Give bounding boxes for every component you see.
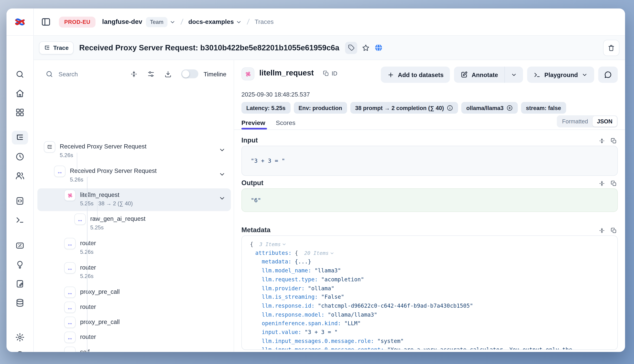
- star-icon: [362, 44, 370, 52]
- span-icon: ↔: [64, 302, 76, 313]
- collapse-section-icon[interactable]: [599, 227, 605, 234]
- public-share-button[interactable]: [374, 43, 383, 52]
- insights-lightbulb-icon[interactable]: [16, 260, 25, 269]
- collapse-section-icon[interactable]: [599, 138, 605, 144]
- prompts-file-code-icon[interactable]: [16, 196, 25, 205]
- tree-row-label: litellm_request: [80, 191, 119, 198]
- collapse-chevron-icon[interactable]: [219, 171, 226, 178]
- action-buttons: Add to datasets Annotate Playground: [381, 66, 618, 83]
- tree-row-label: Received Proxy Server Request: [70, 167, 157, 174]
- span-icon: ↔: [64, 346, 76, 352]
- input-value: "3 + 3 = ": [251, 158, 285, 164]
- users-icon[interactable]: [15, 171, 25, 180]
- tree-connector: [87, 177, 92, 352]
- plus-circle-icon[interactable]: [506, 104, 513, 111]
- fold-vertical-icon: [130, 70, 138, 78]
- evaluators-icon[interactable]: [16, 241, 25, 250]
- add-to-datasets-button[interactable]: Add to datasets: [381, 66, 450, 83]
- comments-button[interactable]: [598, 66, 618, 83]
- tab-preview[interactable]: Preview: [242, 119, 265, 127]
- copy-id-button[interactable]: ID: [323, 70, 337, 77]
- annotate-button[interactable]: Annotate: [454, 66, 505, 83]
- project-chevron-down-icon[interactable]: [236, 19, 242, 25]
- org-chevron-down-icon[interactable]: [169, 19, 176, 25]
- tag-button[interactable]: [345, 42, 357, 54]
- trace-type-chip: Trace: [39, 41, 73, 54]
- download-button[interactable]: [164, 70, 172, 78]
- json-line: llm.input_messages.0.message.content:"Yo…: [250, 346, 615, 350]
- observation-badges: Latency: 5.25s Env: production 38 prompt…: [242, 102, 566, 114]
- tracing-icon[interactable]: [12, 131, 28, 144]
- tree-row-span[interactable]: ↔ proxy_pre_call: [38, 316, 231, 329]
- annotate-dropdown-button[interactable]: [505, 66, 523, 83]
- view-settings-button[interactable]: [147, 70, 155, 78]
- json-line: llm.response.model:"ollama/llama3": [250, 310, 615, 319]
- delete-trace-button[interactable]: [603, 40, 619, 56]
- support-lifebuoy-icon[interactable]: [15, 350, 25, 352]
- datasets-database-icon[interactable]: [16, 298, 25, 307]
- timeline-toggle[interactable]: [181, 69, 198, 78]
- id-label: ID: [332, 70, 337, 77]
- stream-badge: stream: false: [521, 102, 566, 114]
- search-nav-icon[interactable]: [16, 70, 25, 79]
- info-icon[interactable]: [447, 104, 453, 111]
- collapse-chevron-icon[interactable]: [219, 146, 226, 154]
- sessions-clock-icon[interactable]: [16, 152, 25, 161]
- dashboards-icon[interactable]: [16, 108, 25, 117]
- tree-row-span[interactable]: ↔ router 5.26s: [38, 236, 231, 260]
- langfuse-logo[interactable]: [7, 8, 34, 36]
- format-formatted-option[interactable]: Formatted: [558, 118, 592, 124]
- environment-badge: PROD-EU: [59, 16, 96, 28]
- playground-terminal-icon[interactable]: [16, 216, 25, 224]
- metadata-section-actions: [599, 227, 617, 234]
- breadcrumb-section[interactable]: Traces: [255, 18, 274, 26]
- sidebar-toggle-icon[interactable]: [41, 17, 51, 27]
- breadcrumb: PROD-EU langfuse-dev Team / docs-example…: [34, 8, 625, 36]
- tree-row-label: proxy_pre_call: [80, 318, 120, 325]
- search-input[interactable]: [59, 70, 107, 77]
- latency-badge: Latency: 5.25s: [242, 102, 290, 114]
- collapse-chevron-icon[interactable]: [219, 195, 226, 202]
- tree-row-span[interactable]: ↔ self 5.23s: [38, 346, 231, 352]
- json-line[interactable]: attributes:{20 Items: [250, 249, 615, 258]
- breadcrumb-divider: /: [180, 18, 184, 26]
- collapse-all-button[interactable]: [130, 70, 138, 78]
- terminal-icon: [534, 71, 541, 78]
- org-name[interactable]: langfuse-dev: [102, 18, 142, 26]
- copy-icon[interactable]: [610, 227, 617, 234]
- annotation-queues-icon[interactable]: [16, 279, 25, 288]
- copy-icon[interactable]: [610, 180, 617, 187]
- collapse-section-icon[interactable]: [599, 180, 605, 187]
- tree-row-span[interactable]: ↔ proxy_pre_call: [38, 285, 231, 299]
- tree-row-tokens: 38 → 2 (∑ 40): [98, 200, 133, 207]
- json-line[interactable]: {3 Items: [250, 240, 615, 249]
- tree-row-span[interactable]: ↔ router 5.26s: [38, 261, 231, 284]
- playground-button[interactable]: Playground: [527, 66, 594, 83]
- tab-scores[interactable]: Scores: [276, 119, 296, 127]
- json-line[interactable]: metadata:{...}: [250, 258, 615, 266]
- tree-row-span[interactable]: ↔ Received Proxy Server Request 5.26s: [38, 164, 231, 187]
- tree-connector: [97, 201, 102, 219]
- tree-row-span[interactable]: ↔ router: [38, 330, 231, 344]
- timeline-label: Timeline: [203, 70, 226, 77]
- copy-icon[interactable]: [610, 138, 617, 144]
- nav-rail: [7, 36, 34, 352]
- generation-icon: [64, 190, 76, 201]
- metadata-json-tree: {3 Items attributes:{20 Items metadata:{…: [250, 240, 615, 350]
- tag-icon: [348, 44, 355, 51]
- tree-row-span[interactable]: ↔ raw_gen_ai_request 5.25s: [38, 212, 231, 235]
- tree-row-trace-root[interactable]: Received Proxy Server Request 5.26s: [38, 140, 231, 163]
- format-json-option[interactable]: JSON: [592, 116, 617, 126]
- home-icon[interactable]: [16, 89, 25, 98]
- bookmark-star-button[interactable]: [362, 44, 370, 52]
- team-badge: Team: [146, 17, 167, 27]
- tree-row-span[interactable]: ↔ router: [38, 300, 231, 314]
- message-bubble-icon: [604, 70, 612, 79]
- tree-row-duration: 5.26s: [70, 176, 83, 183]
- globe-icon: [374, 43, 383, 52]
- project-name[interactable]: docs-examples: [188, 18, 234, 26]
- metadata-json-box: {3 Items attributes:{20 Items metadata:{…: [242, 235, 618, 350]
- input-section-actions: [599, 138, 617, 144]
- tree-row-litellm-request-selected[interactable]: litellm_request 5.25s38 → 2 (∑ 40): [38, 188, 231, 211]
- settings-gear-icon[interactable]: [15, 332, 25, 342]
